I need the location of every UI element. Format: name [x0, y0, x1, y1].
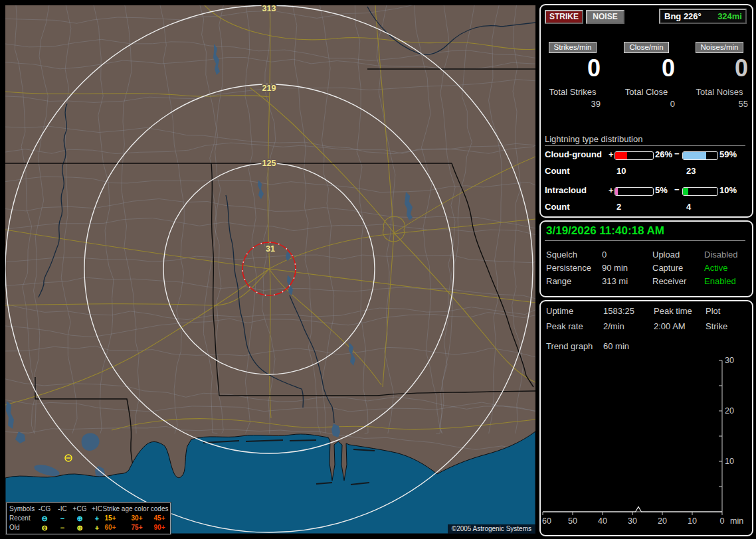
bearing-value: Bng 226° [660, 11, 702, 21]
datetime-divider [545, 240, 745, 241]
ring-label-219: 219 [262, 84, 276, 93]
x-tick-0: 0 [720, 516, 725, 526]
y-tick-30: 30 [725, 356, 734, 365]
x-tick-10: 10 [688, 516, 697, 526]
datetime-display: 3/19/2026 11:40:18 AM [546, 224, 664, 238]
noise-button[interactable]: NOISE [586, 10, 624, 24]
strike-button[interactable]: STRIKE [545, 10, 583, 24]
cg-minus-bar-fill [683, 152, 706, 159]
bearing-display: Bng 226° 324mi [659, 9, 747, 24]
age-60: 60+ [100, 523, 121, 532]
trend-trace [543, 506, 722, 512]
strike-map[interactable]: 313 219 125 31 Symbols -CG -IC +CG +IC S… [5, 5, 535, 534]
noises-per-min-chip-wrap: Noises/min [691, 42, 748, 53]
minus-sign: − [674, 185, 680, 194]
ic-count-label: Count [545, 202, 570, 212]
cg-plus-count: 10 [616, 166, 626, 176]
squelch-label: Squelch [546, 250, 577, 260]
cg-plus-pct: 26% [655, 149, 672, 159]
cg-plus-bar-fill [615, 152, 627, 159]
age-75: 75+ [126, 523, 147, 532]
recent-pos-cg-icon: ⊕ [70, 514, 89, 523]
old-neg-cg-icon: ⊖ [36, 523, 53, 532]
total-noises-label: Total Noises [691, 87, 748, 97]
x-axis-unit: min [730, 516, 743, 526]
age-15: 15+ [100, 514, 121, 523]
close-per-min-chip-wrap: Close/min [618, 42, 675, 53]
ic-plus-count: 2 [616, 202, 621, 212]
cloud-ground-label: Cloud-ground [545, 149, 602, 159]
old-pos-cg-icon: ⊕ [70, 523, 89, 532]
ic-minus-bar [682, 187, 718, 196]
total-close-value: 0 [618, 99, 675, 109]
noises-per-min-value: 0 [691, 57, 748, 80]
lightning-tracker-app: { "colors": { "land": "#695a52", "water"… [0, 0, 756, 539]
strikes-per-min-chip-wrap: Strikes/min [545, 42, 601, 53]
ring-label-125: 125 [262, 159, 276, 168]
ic-minus-bar-fill [683, 188, 688, 195]
plus-sign: + [609, 185, 614, 195]
x-tick-40: 40 [598, 516, 607, 526]
upload-label: Upload [652, 250, 680, 260]
legend-header-symbols: Symbols [9, 504, 36, 514]
total-close-label: Total Close [618, 87, 675, 97]
copyright-text: ©2005 Astrogenic Systems [448, 524, 535, 534]
x-tick-50: 50 [568, 516, 577, 526]
legend-header-pcg: +CG [70, 504, 89, 514]
cg-minus-bar [682, 151, 718, 160]
legend-row-recent-label: Recent [9, 514, 36, 523]
legend-header-ncg: -CG [36, 504, 53, 514]
cg-minus-count: 23 [686, 166, 696, 176]
symbol-legend: Symbols -CG -IC +CG +IC Strike age color… [6, 502, 171, 534]
bearing-distance: 324mi [717, 10, 745, 23]
range-value: 313 mi [602, 276, 628, 286]
distribution-header: Lightning type distribution [545, 134, 642, 144]
distribution-divider [545, 145, 745, 146]
close-per-min-chip[interactable]: Close/min [624, 42, 668, 53]
status-panel: 3/19/2026 11:40:18 AM Squelch 0 Upload D… [539, 220, 753, 297]
legend-header-ages: Strike age color codes [102, 504, 169, 514]
age-45: 45+ [149, 514, 170, 523]
strikes-per-min-chip[interactable]: Strikes/min [549, 42, 597, 53]
age-30: 30+ [126, 514, 147, 523]
receiver-label: Receiver [652, 276, 686, 286]
capture-label: Capture [652, 263, 683, 273]
trend-tick-labels: 30 20 10 60 50 40 30 20 10 0 min [542, 356, 743, 526]
legend-header-nic: -IC [54, 504, 70, 514]
cg-plus-bar [614, 151, 654, 160]
capture-status: Active [704, 263, 727, 273]
total-strikes-label: Total Strikes [545, 87, 601, 97]
map-canvas: 313 219 125 31 [5, 5, 535, 534]
ic-plus-pct: 5% [655, 185, 668, 195]
strikes-per-min-value: 0 [545, 57, 601, 80]
ring-label-31: 31 [266, 244, 275, 254]
age-90: 90+ [149, 523, 170, 532]
cg-minus-pct: 59% [719, 149, 737, 159]
y-tick-10: 10 [725, 457, 734, 466]
trend-graph: 30 20 10 60 50 40 30 20 10 0 min [541, 301, 752, 532]
squelch-value: 0 [602, 250, 607, 260]
recent-neg-ic-icon: − [54, 514, 70, 523]
counters-panel: STRIKE NOISE Bng 226° 324mi Strikes/min … [539, 4, 753, 218]
intracloud-label: Intracloud [545, 185, 587, 195]
recent-neg-cg-icon: ⊖ [36, 514, 53, 523]
upload-status: Disabled [704, 250, 738, 260]
minus-sign: − [674, 149, 680, 159]
ic-plus-bar-fill [615, 188, 618, 195]
ring-label-313: 313 [262, 5, 276, 13]
noises-per-min-chip[interactable]: Noises/min [696, 42, 744, 53]
persistence-label: Persistence [546, 263, 591, 273]
cg-count-label: Count [545, 166, 570, 176]
x-tick-60: 60 [542, 516, 551, 526]
receiver-status: Enabled [704, 276, 736, 286]
legend-row-old-label: Old [9, 523, 36, 532]
range-label: Range [546, 276, 571, 286]
old-neg-ic-icon: − [54, 523, 70, 532]
trend-axes [543, 360, 722, 515]
trend-panel: Uptime 1583:25 Peak time Plot Peak rate … [539, 300, 753, 536]
persistence-value: 90 min [602, 263, 628, 273]
ic-plus-bar [614, 187, 654, 196]
plus-sign: + [609, 149, 614, 159]
total-noises-value: 55 [691, 99, 748, 109]
x-tick-30: 30 [628, 516, 637, 526]
